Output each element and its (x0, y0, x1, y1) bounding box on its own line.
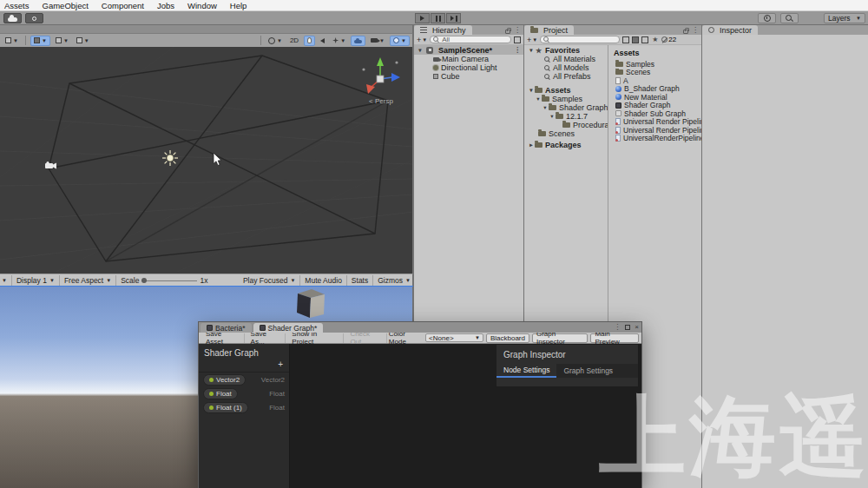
stats-button[interactable]: Stats (352, 276, 368, 285)
project-search-input[interactable] (540, 36, 620, 43)
menu-window[interactable]: Window (187, 1, 217, 10)
tree-packages[interactable]: Packages (524, 141, 608, 149)
foldout-arrow-icon[interactable] (417, 47, 424, 54)
cloud-collab-button[interactable] (3, 13, 22, 23)
search-in-icon[interactable] (622, 36, 629, 43)
tree-version-folder[interactable]: 12.1.7 (524, 112, 608, 121)
tab-node-settings[interactable]: Node Settings (496, 364, 556, 378)
tree-all-models[interactable]: All Models (524, 63, 608, 72)
lighting-toggle-button[interactable] (304, 36, 315, 46)
global-search-button[interactable] (780, 13, 799, 23)
scene-viewport[interactable]: < Persp (0, 47, 413, 274)
lock-icon[interactable] (505, 30, 510, 34)
asset-a[interactable]: A (608, 76, 701, 85)
gizmos-dropdown[interactable]: Gizmos▼ (378, 276, 411, 285)
draw-mode-dropdown[interactable]: ▼ (3, 36, 21, 46)
menu-jobs[interactable]: Jobs (157, 1, 174, 10)
tab-shader-graph[interactable]: Shader Graph* (253, 323, 324, 333)
services-button[interactable] (25, 13, 43, 23)
panel-menu-icon[interactable]: ⋮ (692, 27, 699, 34)
tree-samples[interactable]: Samples (524, 95, 608, 103)
asset-scenes[interactable]: Scenes (608, 69, 701, 77)
tab-hierarchy[interactable]: Hierarchy (414, 25, 472, 35)
close-icon[interactable]: × (635, 323, 639, 331)
grid-dropdown[interactable]: ▼ (74, 36, 92, 46)
display-target-dropdown[interactable]: ▼ (2, 278, 7, 283)
tree-all-materials[interactable]: All Materials (524, 55, 608, 63)
main-preview-toggle-button[interactable]: Main Preview (590, 333, 639, 343)
menu-assets[interactable]: Assets (4, 1, 30, 10)
blackboard-toggle-button[interactable]: Blackboard (486, 333, 529, 343)
asset-urp-2[interactable]: Universal Render Pipeline (608, 126, 701, 135)
gizmos-options-dropdown[interactable]: ▼ (390, 36, 410, 46)
foldout-arrow-icon[interactable] (535, 96, 542, 102)
property-float-1[interactable]: Float (1) Float (199, 400, 289, 414)
asset-urp-3[interactable]: UniversalRenderPipeline (608, 135, 701, 143)
slider-knob[interactable] (141, 278, 147, 283)
menu-help[interactable]: Help (230, 1, 247, 10)
asset-shader-sub-graph[interactable]: Shader Sub Graph (608, 109, 701, 118)
tab-graph-settings[interactable]: Graph Settings (556, 364, 620, 378)
hidden-objects-button[interactable] (351, 36, 365, 46)
hierarchy-item-cube[interactable]: Cube (414, 72, 523, 81)
scene-menu-icon[interactable]: ⋮ (514, 47, 521, 54)
aspect-dropdown[interactable]: Free Aspect▼ (64, 276, 111, 285)
history-button[interactable] (758, 13, 776, 23)
shader-graph-canvas[interactable]: Shader Graph + Vector2 Vector2 Float Flo… (199, 344, 641, 488)
shaded-mode-button[interactable]: ▼ (30, 36, 50, 46)
step-button[interactable] (446, 13, 461, 23)
search-by-type-icon[interactable] (632, 36, 639, 43)
camera-settings-dropdown[interactable]: ▼ (368, 36, 387, 46)
display-dropdown[interactable]: Display 1▼ (16, 276, 55, 285)
add-property-button[interactable]: + (278, 359, 283, 369)
tree-procedural-patterns[interactable]: Procedural Patte (524, 121, 608, 129)
tree-scenes[interactable]: Scenes (524, 129, 608, 138)
hidden-count[interactable]: 22 (661, 36, 676, 43)
asset-samples[interactable]: Samples (608, 60, 701, 69)
layers-dropdown[interactable]: Layers▼ (824, 13, 865, 23)
asset-urp-1[interactable]: Universal Render Pipeline (608, 118, 701, 127)
tab-bacteria[interactable]: Bacteria* (201, 323, 252, 333)
tree-favorites[interactable]: Favorites (524, 46, 608, 55)
search-filter-icon[interactable] (514, 36, 521, 43)
menu-component[interactable]: Component (102, 1, 144, 10)
tree-assets[interactable]: Assets (524, 86, 608, 95)
effects-dropdown[interactable]: ▼ (330, 36, 348, 46)
2d-toggle-button[interactable]: 2D (287, 36, 301, 46)
show-in-project-button[interactable]: Show In Project (287, 333, 344, 343)
audio-toggle-button[interactable] (318, 36, 327, 46)
foldout-arrow-icon[interactable] (528, 87, 535, 94)
play-focused-dropdown[interactable]: Play Focused▼ (243, 276, 295, 285)
foldout-arrow-icon[interactable] (528, 142, 535, 148)
tab-project[interactable]: Project (524, 25, 574, 35)
debug-mode-dropdown[interactable]: ▼ (53, 36, 71, 46)
scene-orientation-gizmo[interactable] (357, 54, 404, 101)
perspective-label[interactable]: < Persp (357, 97, 405, 105)
property-vector2[interactable]: Vector2 Vector2 (199, 373, 289, 386)
save-as-button[interactable]: Save As... (247, 333, 286, 343)
color-mode-dropdown[interactable]: <None>▼ (425, 333, 483, 342)
graph-inspector-toggle-button[interactable]: Graph Inspector (532, 333, 588, 343)
tree-shader-graph[interactable]: Shader Graph (524, 103, 608, 112)
window-menu-icon[interactable]: ⋮ (614, 324, 621, 331)
play-button[interactable] (415, 13, 430, 23)
search-by-label-icon[interactable] (641, 36, 648, 43)
tree-all-prefabs[interactable]: All Prefabs (524, 72, 608, 81)
lock-icon[interactable] (683, 30, 688, 34)
panel-menu-icon[interactable]: ⋮ (514, 27, 521, 34)
hierarchy-scene-row[interactable]: SampleScene* ⋮ (414, 45, 523, 55)
hierarchy-item-main-camera[interactable]: Main Camera (414, 55, 523, 63)
foldout-arrow-icon[interactable] (528, 47, 535, 54)
hierarchy-search-input[interactable]: All (430, 36, 511, 43)
mute-audio-button[interactable]: Mute Audio (305, 276, 342, 285)
project-add-button[interactable]: +▼ (527, 36, 537, 44)
asset-b-shader-graph[interactable]: B_Shader Graph (608, 85, 701, 94)
scale-slider[interactable] (141, 280, 197, 281)
property-float[interactable]: Float Float (199, 386, 289, 400)
menu-gameobject[interactable]: GameObject (43, 1, 89, 10)
tab-inspector[interactable]: Inspector (702, 25, 758, 35)
asset-shader-graph[interactable]: Shader Graph (608, 102, 701, 110)
foldout-arrow-icon[interactable] (542, 104, 549, 111)
asset-new-material[interactable]: New Material (608, 93, 701, 102)
foldout-arrow-icon[interactable] (549, 113, 556, 120)
